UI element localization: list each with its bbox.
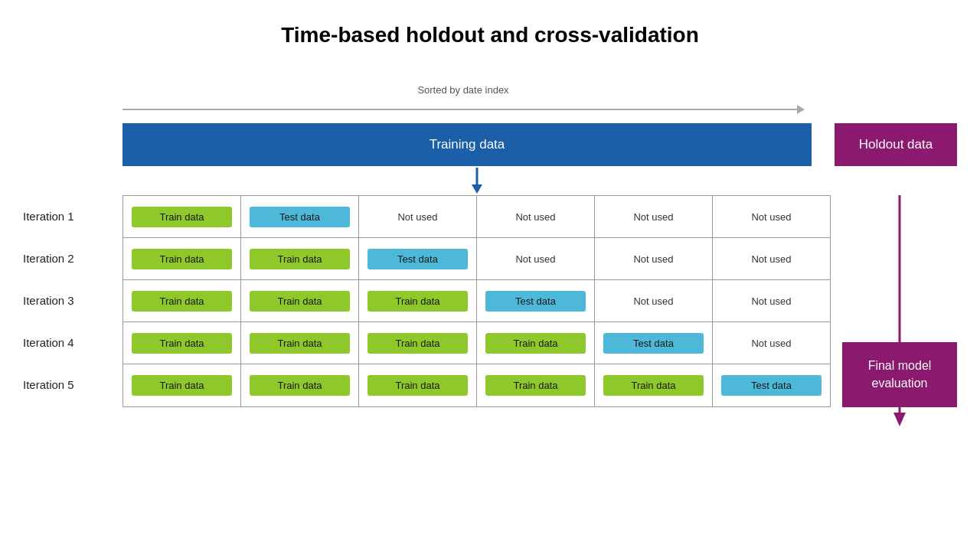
- page-title: Time-based holdout and cross-validation: [0, 0, 980, 55]
- right-side: Final model evaluation: [842, 195, 957, 407]
- grid-cell: Train data: [477, 322, 595, 364]
- train-data-label: Train data: [368, 333, 467, 354]
- final-model-box: Final model evaluation: [842, 342, 957, 407]
- grid-cell: Train data: [241, 322, 359, 364]
- not-used-label: Not used: [713, 322, 830, 364]
- grid-cell: Test data: [595, 322, 713, 364]
- not-used-label: Not used: [595, 280, 713, 321]
- iteration-label: Iteration 3: [23, 279, 122, 321]
- grid-cell: Train data: [595, 364, 713, 406]
- test-data-label: Test data: [603, 333, 703, 354]
- iteration-label: Iteration 1: [23, 195, 122, 237]
- grid-cell: Train data: [241, 238, 359, 279]
- sort-label-row: Sorted by date index: [122, 84, 804, 96]
- grid-cell: Train data: [241, 280, 359, 321]
- table-row: Train dataTrain dataTest dataNot usedNot…: [123, 238, 830, 280]
- test-data-label: Test data: [250, 207, 349, 227]
- table-row: Train dataTest dataNot usedNot usedNot u…: [123, 196, 830, 238]
- diagram-area: Sorted by date index Training data Holdo…: [23, 84, 957, 407]
- train-data-label: Train data: [132, 249, 231, 269]
- grid-cell: Train data: [359, 364, 477, 406]
- grid-cell: Train data: [123, 322, 241, 364]
- svg-marker-1: [472, 184, 482, 194]
- not-used-label: Not used: [477, 238, 595, 279]
- train-data-label: Train data: [485, 333, 585, 354]
- grid-cell: Test data: [477, 280, 595, 321]
- test-data-label: Test data: [721, 375, 821, 396]
- train-data-label: Train data: [368, 375, 467, 396]
- train-data-label: Train data: [132, 333, 231, 354]
- sort-arrow: [122, 102, 804, 116]
- iterations-container: Iteration 1Iteration 2Iteration 3Iterati…: [23, 195, 957, 407]
- train-data-label: Train data: [132, 291, 231, 312]
- not-used-label: Not used: [477, 196, 595, 237]
- down-arrow-icon: [469, 168, 485, 194]
- iteration-label: Iteration 5: [23, 364, 122, 406]
- not-used-label: Not used: [595, 196, 713, 237]
- sort-label: Sorted by date index: [417, 84, 508, 96]
- iteration-labels: Iteration 1Iteration 2Iteration 3Iterati…: [23, 195, 122, 407]
- train-data-label: Train data: [132, 207, 231, 227]
- train-data-label: Train data: [250, 291, 349, 312]
- grid-cell: Train data: [123, 364, 241, 406]
- train-data-label: Train data: [603, 375, 703, 396]
- grid-cell: Train data: [123, 196, 241, 237]
- training-bar: Training data: [122, 123, 812, 166]
- not-used-label: Not used: [595, 238, 713, 279]
- test-data-label: Test data: [485, 291, 585, 312]
- train-data-label: Train data: [250, 375, 349, 396]
- train-data-label: Train data: [250, 333, 349, 354]
- train-data-label: Train data: [368, 291, 467, 312]
- not-used-label: Not used: [359, 196, 477, 237]
- svg-marker-3: [893, 413, 906, 426]
- grid-cell: Train data: [359, 322, 477, 364]
- grid-cell: Train data: [241, 364, 359, 406]
- iteration-label: Iteration 2: [23, 237, 122, 279]
- grid-cell: Test data: [241, 196, 359, 237]
- grid-cell: Train data: [359, 280, 477, 321]
- grid-cell: Test data: [359, 238, 477, 279]
- not-used-label: Not used: [713, 280, 830, 321]
- grid-cell: Train data: [123, 238, 241, 279]
- grid-cell: Train data: [123, 280, 241, 321]
- holdout-bar: Holdout data: [835, 123, 957, 166]
- iteration-grid: Train dataTest dataNot usedNot usedNot u…: [122, 195, 831, 407]
- train-data-label: Train data: [485, 375, 585, 396]
- grid-cell: Train data: [477, 364, 595, 406]
- table-row: Train dataTrain dataTrain dataTrain data…: [123, 322, 830, 364]
- iteration-label: Iteration 4: [23, 321, 122, 364]
- table-row: Train dataTrain dataTrain dataTrain data…: [123, 364, 830, 406]
- not-used-label: Not used: [713, 238, 830, 279]
- train-data-label: Train data: [250, 249, 349, 269]
- not-used-label: Not used: [713, 196, 830, 237]
- table-row: Train dataTrain dataTrain dataTest dataN…: [123, 280, 830, 322]
- test-data-label: Test data: [368, 249, 467, 269]
- grid-cell: Test data: [713, 364, 830, 406]
- train-data-label: Train data: [132, 375, 231, 396]
